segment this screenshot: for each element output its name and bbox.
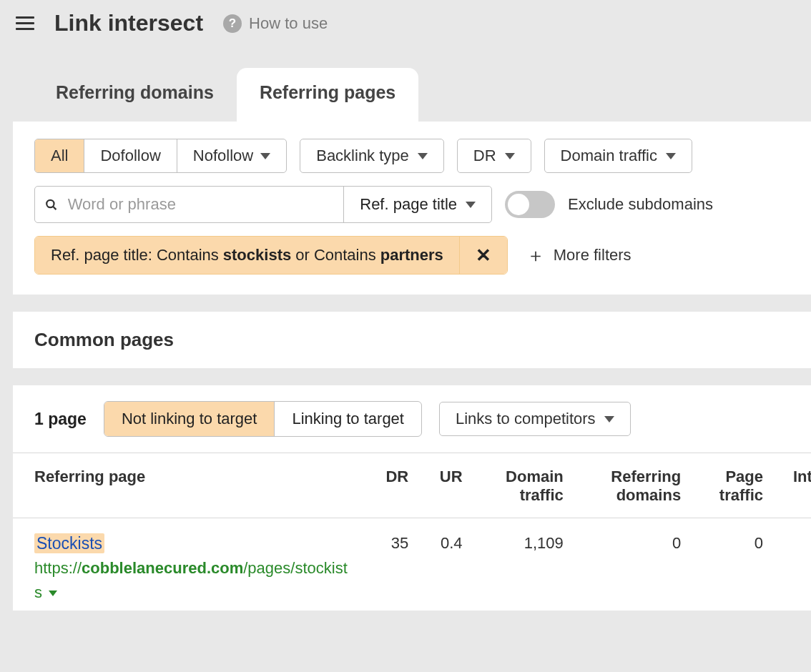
more-filters-label: More filters [554,246,631,265]
url-proto: https:// [34,559,82,577]
menu-icon[interactable] [16,14,34,33]
cell-ur: 0.4 [417,518,471,611]
page-count: 1 page [34,410,87,429]
results-table: Referring page DR UR Domaintraffic Refer… [13,453,811,611]
search-scope-dropdown[interactable]: Ref. page title [344,187,491,222]
remove-filter-button[interactable]: ✕ [459,237,507,274]
col-referring-page[interactable]: Referring page [13,453,363,518]
chip-text-mid: or Contains [295,246,376,265]
domain-traffic-label: Domain traffic [561,147,657,165]
page-title: Link intersect [54,10,203,36]
dr-label: DR [473,147,496,165]
result-url[interactable]: https://cobblelanecured.com/pages/stocki… [34,556,355,605]
filter-chip-body[interactable]: Ref. page title: Contains stockists or C… [35,237,459,274]
url-domain: cobblelanecured.com [82,559,243,577]
domain-traffic-filter[interactable]: Domain traffic [544,139,692,173]
cell-domain-traffic: 1,109 [471,518,572,611]
follow-all[interactable]: All [35,139,84,172]
tabs: Referring domains Referring pages [33,68,798,122]
exclude-subdomains-label: Exclude subdomains [568,195,713,214]
svg-point-0 [46,199,54,207]
chip-term-1: stockists [223,246,291,265]
not-linking-to-target[interactable]: Not linking to target [104,402,275,436]
linking-to-target[interactable]: Linking to target [275,402,421,436]
chevron-down-icon [666,153,676,159]
common-pages-section: Common pages [13,312,811,368]
col-referring-domains[interactable]: Referringdomains [572,453,689,518]
col-domain-traffic[interactable]: Domaintraffic [471,453,572,518]
search-input[interactable] [65,187,334,222]
tab-referring-domains[interactable]: Referring domains [33,68,237,122]
chevron-down-icon [260,153,270,159]
backlink-type-filter[interactable]: Backlink type [300,139,444,173]
svg-line-1 [53,206,56,209]
help-icon: ? [223,14,242,33]
toggle-knob [508,194,529,215]
search-field-wrap [35,187,344,222]
cell-page-traffic: 0 [689,518,772,611]
search-icon [45,198,58,212]
col-page-traffic[interactable]: Pagetraffic [689,453,772,518]
follow-dofollow[interactable]: Dofollow [84,139,177,172]
col-ur[interactable]: UR [417,453,471,518]
close-icon: ✕ [476,244,491,267]
search-group: Ref. page title [34,186,492,223]
search-scope-label: Ref. page title [360,195,457,214]
how-to-use-label: How to use [249,14,328,33]
plus-icon: ＋ [526,243,545,268]
follow-filter: All Dofollow Nofollow [34,139,287,173]
follow-nofollow[interactable]: Nofollow [177,139,286,172]
col-intersect[interactable]: Inte [772,453,811,518]
how-to-use-link[interactable]: ? How to use [223,14,328,33]
links-to-competitors-label: Links to competitors [456,410,596,428]
links-to-competitors-filter[interactable]: Links to competitors [439,402,631,436]
results-panel: 1 page Not linking to target Linking to … [13,385,811,611]
cell-referring-domains: 0 [572,518,689,611]
chip-term-2: partners [380,246,443,265]
chevron-down-icon[interactable] [49,591,57,596]
chevron-down-icon [505,153,515,159]
common-pages-title: Common pages [34,329,800,351]
chevron-down-icon [466,202,476,208]
more-filters-button[interactable]: ＋ More filters [526,243,631,268]
link-target-filter: Not linking to target Linking to target [104,401,422,437]
follow-nofollow-label: Nofollow [193,147,253,165]
active-filter-chip: Ref. page title: Contains stockists or C… [34,236,508,275]
filters-panel: All Dofollow Nofollow Backlink type DR D… [13,122,811,295]
backlink-type-label: Backlink type [316,147,409,165]
result-title-link[interactable]: Stockists [34,533,104,553]
chip-text-prefix: Ref. page title: Contains [51,246,219,265]
table-row: Stockists https://cobblelanecured.com/pa… [13,518,811,611]
dr-filter[interactable]: DR [457,139,531,173]
chevron-down-icon [604,416,614,423]
chevron-down-icon [418,153,428,159]
exclude-subdomains-toggle[interactable] [505,191,555,218]
tab-referring-pages[interactable]: Referring pages [237,68,418,122]
cell-dr: 35 [363,518,417,611]
col-dr[interactable]: DR [363,453,417,518]
